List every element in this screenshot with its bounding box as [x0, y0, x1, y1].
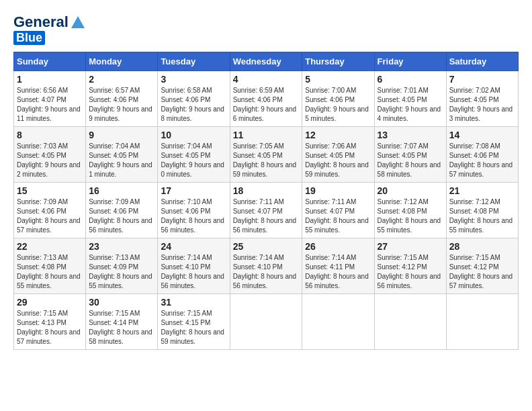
calendar-cell: 18 Sunrise: 7:11 AM Sunset: 4:07 PM Dayl…: [230, 183, 302, 238]
calendar-cell: 22 Sunrise: 7:13 AM Sunset: 4:08 PM Dayl…: [14, 238, 86, 294]
day-info: Sunrise: 7:09 AM Sunset: 4:06 PM Dayligh…: [89, 197, 154, 235]
day-info: Sunrise: 7:12 AM Sunset: 4:08 PM Dayligh…: [449, 197, 515, 235]
week-row-2: 8 Sunrise: 7:03 AM Sunset: 4:05 PM Dayli…: [14, 127, 519, 183]
header-saturday: Saturday: [446, 52, 518, 71]
calendar-cell: 13 Sunrise: 7:07 AM Sunset: 4:05 PM Dayl…: [374, 127, 446, 183]
day-info: Sunrise: 7:08 AM Sunset: 4:06 PM Dayligh…: [449, 142, 515, 179]
day-info: Sunrise: 7:10 AM Sunset: 4:06 PM Dayligh…: [161, 197, 226, 235]
calendar-cell: 20 Sunrise: 7:12 AM Sunset: 4:08 PM Dayl…: [374, 183, 446, 238]
calendar-header-row: SundayMondayTuesdayWednesdayThursdayFrid…: [14, 52, 519, 71]
logo: General Blue: [13, 13, 85, 45]
day-number: 9: [89, 130, 154, 140]
day-number: 27: [378, 241, 443, 252]
day-number: 15: [17, 185, 83, 196]
calendar-cell: 10 Sunrise: 7:04 AM Sunset: 4:05 PM Dayl…: [158, 127, 230, 183]
calendar-cell: 17 Sunrise: 7:10 AM Sunset: 4:06 PM Dayl…: [158, 183, 230, 238]
day-number: 17: [161, 185, 226, 196]
calendar-cell: 8 Sunrise: 7:03 AM Sunset: 4:05 PM Dayli…: [14, 127, 86, 183]
day-number: 26: [305, 241, 371, 252]
day-number: 3: [161, 74, 226, 85]
day-number: 20: [378, 185, 443, 196]
day-number: 10: [161, 130, 226, 140]
calendar-cell: [446, 294, 518, 350]
day-info: Sunrise: 7:14 AM Sunset: 4:11 PM Dayligh…: [305, 253, 371, 291]
day-info: Sunrise: 6:57 AM Sunset: 4:06 PM Dayligh…: [89, 86, 154, 124]
day-info: Sunrise: 7:04 AM Sunset: 4:05 PM Dayligh…: [89, 142, 154, 179]
header-monday: Monday: [86, 52, 158, 71]
calendar-cell: 11 Sunrise: 7:05 AM Sunset: 4:05 PM Dayl…: [230, 127, 302, 183]
calendar-cell: 9 Sunrise: 7:04 AM Sunset: 4:05 PM Dayli…: [86, 127, 158, 183]
day-number: 31: [161, 297, 226, 308]
calendar-cell: [230, 294, 302, 350]
calendar-cell: 25 Sunrise: 7:14 AM Sunset: 4:10 PM Dayl…: [230, 238, 302, 294]
logo-icon: [71, 16, 85, 28]
header-sunday: Sunday: [14, 52, 86, 71]
day-number: 24: [161, 241, 226, 252]
calendar-cell: 19 Sunrise: 7:11 AM Sunset: 4:07 PM Dayl…: [302, 183, 374, 238]
header: General Blue: [13, 13, 519, 45]
calendar-cell: 30 Sunrise: 7:15 AM Sunset: 4:14 PM Dayl…: [86, 294, 158, 350]
calendar-cell: 28 Sunrise: 7:15 AM Sunset: 4:12 PM Dayl…: [446, 238, 518, 294]
calendar-cell: 16 Sunrise: 7:09 AM Sunset: 4:06 PM Dayl…: [86, 183, 158, 238]
day-info: Sunrise: 7:09 AM Sunset: 4:06 PM Dayligh…: [17, 197, 83, 235]
day-number: 22: [17, 241, 83, 252]
day-info: Sunrise: 7:13 AM Sunset: 4:09 PM Dayligh…: [89, 253, 154, 291]
day-info: Sunrise: 7:15 AM Sunset: 4:12 PM Dayligh…: [449, 253, 515, 291]
day-info: Sunrise: 7:05 AM Sunset: 4:05 PM Dayligh…: [233, 142, 300, 179]
day-info: Sunrise: 7:14 AM Sunset: 4:10 PM Dayligh…: [233, 253, 300, 291]
day-number: 6: [378, 74, 443, 85]
day-number: 4: [233, 74, 300, 85]
day-number: 19: [305, 185, 371, 196]
calendar: SundayMondayTuesdayWednesdayThursdayFrid…: [13, 52, 519, 350]
logo-blue: Blue: [13, 31, 45, 45]
day-info: Sunrise: 6:58 AM Sunset: 4:06 PM Dayligh…: [161, 86, 226, 124]
day-info: Sunrise: 6:59 AM Sunset: 4:06 PM Dayligh…: [233, 86, 300, 124]
day-number: 29: [17, 297, 83, 308]
day-info: Sunrise: 6:56 AM Sunset: 4:07 PM Dayligh…: [17, 86, 83, 124]
day-number: 30: [89, 297, 154, 308]
header-wednesday: Wednesday: [230, 52, 302, 71]
calendar-cell: 27 Sunrise: 7:15 AM Sunset: 4:12 PM Dayl…: [374, 238, 446, 294]
calendar-cell: 12 Sunrise: 7:06 AM Sunset: 4:05 PM Dayl…: [302, 127, 374, 183]
calendar-cell: 23 Sunrise: 7:13 AM Sunset: 4:09 PM Dayl…: [86, 238, 158, 294]
header-tuesday: Tuesday: [158, 52, 230, 71]
calendar-cell: [302, 294, 374, 350]
calendar-cell: 24 Sunrise: 7:14 AM Sunset: 4:10 PM Dayl…: [158, 238, 230, 294]
day-number: 7: [449, 74, 515, 85]
day-info: Sunrise: 7:11 AM Sunset: 4:07 PM Dayligh…: [233, 197, 300, 235]
day-number: 25: [233, 241, 300, 252]
header-thursday: Thursday: [302, 52, 374, 71]
day-number: 14: [449, 130, 515, 140]
week-row-1: 1 Sunrise: 6:56 AM Sunset: 4:07 PM Dayli…: [14, 71, 519, 127]
day-info: Sunrise: 7:01 AM Sunset: 4:05 PM Dayligh…: [378, 86, 443, 124]
logo-general: General: [13, 13, 69, 31]
calendar-cell: 29 Sunrise: 7:15 AM Sunset: 4:13 PM Dayl…: [14, 294, 86, 350]
day-info: Sunrise: 7:14 AM Sunset: 4:10 PM Dayligh…: [161, 253, 226, 291]
day-number: 18: [233, 185, 300, 196]
calendar-cell: 2 Sunrise: 6:57 AM Sunset: 4:06 PM Dayli…: [86, 71, 158, 127]
day-number: 28: [449, 241, 515, 252]
calendar-cell: 26 Sunrise: 7:14 AM Sunset: 4:11 PM Dayl…: [302, 238, 374, 294]
day-number: 11: [233, 130, 300, 140]
calendar-cell: 5 Sunrise: 7:00 AM Sunset: 4:06 PM Dayli…: [302, 71, 374, 127]
calendar-cell: 31 Sunrise: 7:15 AM Sunset: 4:15 PM Dayl…: [158, 294, 230, 350]
day-info: Sunrise: 7:15 AM Sunset: 4:15 PM Dayligh…: [161, 309, 226, 347]
week-row-4: 22 Sunrise: 7:13 AM Sunset: 4:08 PM Dayl…: [14, 238, 519, 294]
day-info: Sunrise: 7:06 AM Sunset: 4:05 PM Dayligh…: [305, 142, 371, 179]
day-info: Sunrise: 7:15 AM Sunset: 4:13 PM Dayligh…: [17, 309, 83, 347]
calendar-cell: 21 Sunrise: 7:12 AM Sunset: 4:08 PM Dayl…: [446, 183, 518, 238]
day-info: Sunrise: 7:04 AM Sunset: 4:05 PM Dayligh…: [161, 142, 226, 179]
calendar-cell: 14 Sunrise: 7:08 AM Sunset: 4:06 PM Dayl…: [446, 127, 518, 183]
day-number: 13: [378, 130, 443, 140]
day-info: Sunrise: 7:15 AM Sunset: 4:14 PM Dayligh…: [89, 309, 154, 347]
day-number: 8: [17, 130, 83, 140]
day-info: Sunrise: 7:03 AM Sunset: 4:05 PM Dayligh…: [17, 142, 83, 179]
day-info: Sunrise: 7:11 AM Sunset: 4:07 PM Dayligh…: [305, 197, 371, 235]
calendar-cell: 7 Sunrise: 7:02 AM Sunset: 4:05 PM Dayli…: [446, 71, 518, 127]
day-info: Sunrise: 7:07 AM Sunset: 4:05 PM Dayligh…: [378, 142, 443, 179]
day-info: Sunrise: 7:13 AM Sunset: 4:08 PM Dayligh…: [17, 253, 83, 291]
header-friday: Friday: [374, 52, 446, 71]
calendar-cell: 4 Sunrise: 6:59 AM Sunset: 4:06 PM Dayli…: [230, 71, 302, 127]
week-row-3: 15 Sunrise: 7:09 AM Sunset: 4:06 PM Dayl…: [14, 183, 519, 238]
calendar-cell: 3 Sunrise: 6:58 AM Sunset: 4:06 PM Dayli…: [158, 71, 230, 127]
